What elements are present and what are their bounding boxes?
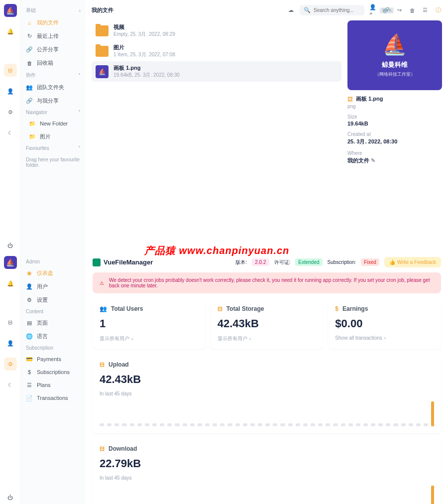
drive-icon[interactable]: ⊟: [4, 64, 17, 77]
folder-icon: [96, 25, 109, 36]
chevron-down-icon[interactable]: ˅: [78, 110, 81, 115]
card-link[interactable]: 显示所有用户›: [218, 335, 317, 342]
page-icon: ▤: [26, 320, 33, 327]
list-view-icon[interactable]: ☰: [421, 6, 429, 14]
sidebar-item-dashboard[interactable]: ◉仪表盘: [21, 266, 86, 280]
feedback-button[interactable]: 👍Write a Feedback: [384, 257, 441, 267]
cron-alert: ⚠ We detect your cron jobs probably does…: [93, 272, 441, 293]
upload-chart: ⊟Upload 42.43kB In last 45 days: [93, 354, 441, 433]
sidebar-item-plans[interactable]: ☰Plans: [21, 378, 86, 391]
sidebar-item-settings[interactable]: ⚙设置: [21, 293, 86, 307]
sidebar-item-language[interactable]: 🌐语言: [21, 330, 86, 343]
card-icon: 💳: [26, 356, 33, 363]
folder-icon: [93, 258, 101, 266]
user-icon: 👤: [26, 283, 33, 290]
subscription-badge: Fixed: [361, 258, 379, 266]
chevron-left-icon[interactable]: ‹: [79, 8, 81, 13]
file-thumbnail: ⛵: [96, 65, 109, 78]
sidebar-item-team[interactable]: 👥团队文件夹: [21, 81, 86, 94]
users-icon: 👥: [100, 305, 107, 312]
download-bars: [100, 486, 434, 504]
topbar: 我的文件 ☁ 🔍 ⌘+K 👤+ 🔗 ↪ 🗑 ☰ ⓘ: [92, 5, 442, 15]
sidebar-item-users[interactable]: 👤用户: [21, 280, 86, 293]
app-logo: ⛵: [4, 256, 17, 269]
sidebar-item-pages[interactable]: ▤页面: [21, 316, 86, 330]
drive-icon: ⊟: [100, 361, 105, 368]
section-admin: Admin: [21, 257, 86, 266]
gauge-icon: ◉: [26, 270, 33, 277]
list-icon: ☰: [26, 381, 33, 388]
search-icon: 🔍: [304, 7, 311, 13]
card-link[interactable]: 显示所有用户›: [100, 335, 199, 342]
file-row-file[interactable]: ⛵ 画板 1.png19.64kB, 25. 3月. 2022, 08:30: [92, 61, 341, 82]
clock-icon: ↻: [26, 33, 33, 40]
gear-icon[interactable]: ⚙: [4, 358, 17, 371]
brand-logo: VueFileManager: [93, 258, 153, 266]
add-user-icon[interactable]: 👤+: [369, 6, 377, 14]
link-icon: 🔗: [26, 98, 33, 105]
file-row-folder[interactable]: 图片1 Item, 25. 3月. 2022, 07:08: [92, 41, 341, 61]
power-icon[interactable]: ⏻: [4, 491, 17, 504]
sidebar-item-recent[interactable]: ↻最近上传: [21, 29, 86, 43]
version-label: 版本:: [235, 259, 247, 266]
chevron-right-icon: ›: [249, 336, 251, 342]
file-row-folder[interactable]: 视频Empty, 25. 3月. 2022, 08:29: [92, 20, 341, 41]
breadcrumb: 我的文件: [92, 6, 282, 14]
cloud-download-icon[interactable]: ☁: [287, 6, 295, 14]
details-panel: ⛵ 鲸曼科维 （网络科技工作室） 🖼画板 1.png png Size19.64…: [347, 20, 442, 247]
chevron-down-icon[interactable]: ˅: [78, 73, 81, 78]
nav-new-folder[interactable]: 📁New Folder: [21, 117, 86, 130]
search-input[interactable]: [314, 7, 377, 13]
gear-icon: ⚙: [26, 297, 33, 304]
bell-icon[interactable]: 🔔: [4, 25, 17, 38]
version-badge: 2.0.2: [252, 258, 269, 266]
globe-icon: 🌐: [26, 333, 33, 340]
search-box[interactable]: 🔍 ⌘+K: [300, 5, 364, 15]
users-icon: 👥: [26, 84, 33, 91]
power-icon[interactable]: ⏻: [4, 239, 17, 252]
moon-icon[interactable]: ☾: [4, 378, 17, 391]
icon-rail: ⛵ 🔔 ⊟ 👤 ⚙ ☾ ⏻: [0, 0, 21, 252]
subscription-label: Subscription:: [328, 259, 356, 265]
link-icon[interactable]: 🔗: [382, 6, 390, 14]
main-panel: 我的文件 ☁ 🔍 ⌘+K 👤+ 🔗 ↪ 🗑 ☰ ⓘ 视频Empty, 25. 3…: [86, 0, 448, 252]
app-logo: ⛵: [4, 4, 17, 17]
section-collab: 协作˅: [21, 70, 86, 81]
section-navigator: Navigator˅: [21, 108, 86, 117]
gear-icon[interactable]: ⚙: [4, 106, 17, 119]
sidebar-item-shared[interactable]: 🔗与我分享: [21, 94, 86, 108]
warning-icon: ⚠: [100, 280, 104, 286]
user-icon[interactable]: 👤: [4, 337, 17, 350]
sidebar-item-myfiles[interactable]: ⌂我的文件: [21, 16, 86, 29]
sidebar-item-trash[interactable]: 🗑回收箱: [21, 56, 86, 70]
edit-icon[interactable]: ✎: [371, 157, 375, 163]
moon-icon[interactable]: ☾: [4, 126, 17, 139]
section-subscription: Subscription: [21, 343, 86, 353]
folder-icon: 📁: [29, 133, 36, 140]
admin-dashboard-app: ⛵ 🔔 ⊟ 👤 ⚙ ☾ ⏻ Admin ◉仪表盘 👤用户 ⚙设置 Content…: [0, 252, 448, 504]
drive-icon[interactable]: ⊟: [4, 316, 17, 329]
file-list: 视频Empty, 25. 3月. 2022, 08:29 图片1 Item, 2…: [92, 20, 341, 247]
file-manager-app: ⛵ 🔔 ⊟ 👤 ⚙ ☾ ⏻ 基础‹ ⌂我的文件 ↻最近上传 🔗公开分享 🗑回收箱…: [0, 0, 448, 252]
info-icon[interactable]: ⓘ: [434, 6, 442, 14]
nav-images[interactable]: 📁图片: [21, 130, 86, 143]
user-icon[interactable]: 👤: [4, 85, 17, 98]
sidebar-item-share[interactable]: 🔗公开分享: [21, 43, 86, 56]
dollar-icon: $: [335, 305, 338, 312]
bell-icon[interactable]: 🔔: [4, 277, 17, 290]
card-link[interactable]: Show all transactions›: [335, 335, 434, 341]
delete-icon[interactable]: 🗑: [408, 6, 416, 14]
card-earnings: $Earnings $0.00 Show all transactions›: [328, 298, 441, 349]
home-icon: ⌂: [26, 19, 33, 26]
favourites-hint: Drag here your favourite folder.: [21, 153, 86, 172]
sidebar-item-subscriptions[interactable]: $Subscriptions: [21, 366, 86, 378]
sidebar-item-transactions[interactable]: 📄Transactions: [21, 391, 86, 404]
icon-rail: ⛵ 🔔 ⊟ 👤 ⚙ ☾ ⏻: [0, 252, 21, 504]
section-favourites: Favourites˅: [21, 143, 86, 153]
image-icon: 🖼: [347, 96, 353, 102]
preview-image: ⛵ 鲸曼科维 （网络科技工作室）: [347, 20, 442, 90]
chevron-down-icon[interactable]: ˅: [78, 145, 81, 151]
folder-icon: 📁: [29, 120, 36, 127]
move-icon[interactable]: ↪: [395, 6, 403, 14]
sidebar-item-payments[interactable]: 💳Payments: [21, 353, 86, 366]
